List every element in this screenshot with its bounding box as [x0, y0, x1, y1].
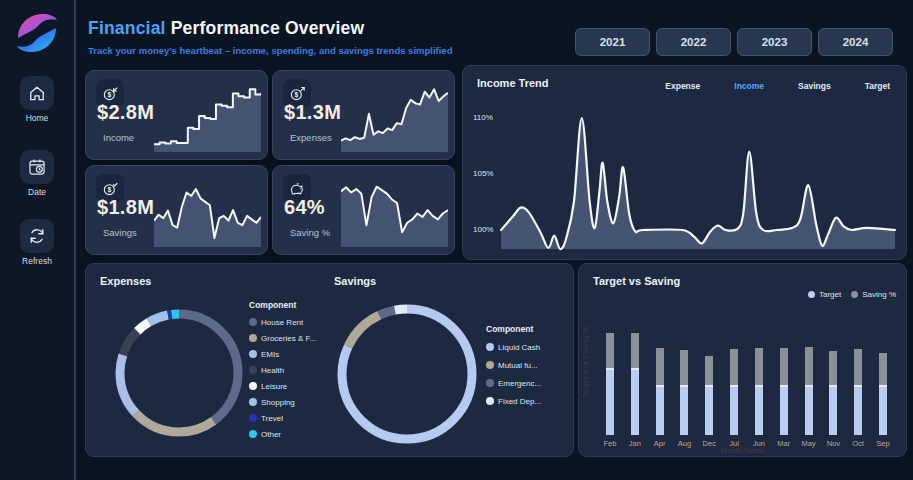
year-button-2022[interactable]: 2022 [656, 28, 731, 56]
legend-dot [486, 361, 494, 369]
trend-tab-target[interactable]: Target [865, 81, 890, 91]
target-segment[interactable] [656, 385, 664, 435]
kpi-card-expenses[interactable]: $ $1.3M Expenses [272, 70, 455, 160]
year-button-2023[interactable]: 2023 [737, 28, 812, 56]
refresh-icon [20, 219, 54, 253]
kpi-card-saving-pct[interactable]: 64% Saving % [272, 165, 455, 255]
saving-segment[interactable] [631, 333, 639, 368]
bar-jan[interactable]: Jan [624, 333, 646, 448]
bars: FebJanAprAugDecJulJunMarMayNovOctSep [599, 333, 894, 448]
dashboard: Home Date Refresh [0, 0, 913, 480]
sidebar-item-home[interactable]: Home [0, 76, 74, 123]
bar-feb[interactable]: Feb [599, 333, 621, 448]
target-segment[interactable] [829, 385, 837, 435]
bar-chart-xlabel: Month Name [579, 446, 906, 455]
expenses-legend-title: Component [249, 300, 347, 310]
saving-segment[interactable] [680, 350, 688, 385]
income-trend-chart[interactable] [467, 104, 902, 255]
saving-segment[interactable] [805, 347, 813, 385]
bar-stack [606, 333, 614, 435]
bar-legend: TargetSaving % [808, 290, 896, 299]
savings-sparkline [154, 180, 261, 247]
saving-segment[interactable] [730, 349, 738, 385]
target-segment[interactable] [805, 385, 813, 435]
legend-label: Mutual fu... [498, 361, 538, 370]
income-sparkline [154, 85, 261, 152]
bar-jul[interactable]: Jul [723, 349, 745, 448]
bar-oct[interactable]: Oct [847, 349, 869, 448]
year-button-2021[interactable]: 2021 [575, 28, 650, 56]
bar-jun[interactable]: Jun [748, 348, 770, 448]
target-segment[interactable] [680, 385, 688, 435]
legend-label: House Rent [261, 318, 303, 327]
bar-legend-item-saving-[interactable]: Saving % [851, 290, 896, 299]
legend-label: Saving % [862, 290, 896, 299]
legend-dot [249, 366, 257, 374]
legend-item-groceries-f-[interactable]: Groceries & F... [249, 330, 347, 346]
target-segment[interactable] [606, 368, 614, 435]
year-button-2024[interactable]: 2024 [818, 28, 893, 56]
legend-item-other[interactable]: Other [249, 426, 347, 442]
bar-dec[interactable]: Dec [698, 356, 720, 448]
expenses-legend-items: House RentGroceries & F...EMIsHealthLeis… [249, 314, 347, 442]
saving-segment[interactable] [780, 348, 788, 385]
saving-segment[interactable] [705, 356, 713, 385]
sidebar-label-home: Home [0, 113, 74, 123]
target-segment[interactable] [631, 368, 639, 435]
savings-donut-chart[interactable] [336, 303, 478, 445]
sidebar-item-date[interactable]: Date [0, 150, 74, 197]
saving-segment[interactable] [879, 353, 887, 385]
bar-mar[interactable]: Mar [773, 348, 795, 448]
legend-dot [249, 318, 257, 326]
target-segment[interactable] [879, 385, 887, 435]
bar-sep[interactable]: Sep [872, 353, 894, 448]
page-title: FinancialPerformance Overview [88, 18, 364, 39]
y-axis-tick: 105% [473, 169, 493, 178]
bar-aug[interactable]: Aug [673, 350, 695, 448]
legend-item-emergenc-[interactable]: Emergenc... [486, 374, 571, 392]
saving-segment[interactable] [755, 348, 763, 385]
legend-item-health[interactable]: Health [249, 362, 347, 378]
legend-dot [851, 291, 858, 298]
legend-dot [486, 397, 494, 405]
bar-legend-item-target[interactable]: Target [808, 290, 841, 299]
saving-segment[interactable] [829, 351, 837, 385]
legend-item-emis[interactable]: EMIs [249, 346, 347, 362]
expenses-title: Expenses [100, 275, 151, 287]
legend-item-mutual-fu-[interactable]: Mutual fu... [486, 356, 571, 374]
savings-legend: Component Liquid CashMutual fu...Emergen… [486, 324, 571, 410]
expenses-donut-chart[interactable] [114, 308, 244, 438]
legend-item-fixed-dep-[interactable]: Fixed Dep... [486, 392, 571, 410]
legend-item-leisure[interactable]: Leisure [249, 378, 347, 394]
trend-tab-savings[interactable]: Savings [798, 81, 831, 91]
trend-tab-expense[interactable]: Expense [665, 81, 700, 91]
legend-label: Other [261, 430, 281, 439]
trend-tab-income[interactable]: Income [734, 81, 764, 91]
legend-item-liquid-cash[interactable]: Liquid Cash [486, 338, 571, 356]
kpi-value-saving-pct: 64% [284, 196, 325, 219]
target-segment[interactable] [780, 385, 788, 435]
bar-stack [656, 348, 664, 435]
sidebar-item-refresh[interactable]: Refresh [0, 219, 74, 266]
bar-may[interactable]: May [798, 347, 820, 448]
kpi-card-income[interactable]: $ $2.8M Income [85, 70, 268, 160]
trend-tabs: ExpenseIncomeSavingsTarget [665, 81, 890, 91]
legend-item-shopping[interactable]: Shopping [249, 394, 347, 410]
kpi-label-savings: Savings [103, 227, 137, 238]
kpi-card-savings[interactable]: $ $1.8M Savings [85, 165, 268, 255]
target-segment[interactable] [854, 385, 862, 435]
page-title-rest: Performance Overview [171, 18, 365, 38]
bar-apr[interactable]: Apr [649, 348, 671, 448]
sidebar-label-date: Date [0, 187, 74, 197]
bar-stack [805, 347, 813, 435]
bar-nov[interactable]: Nov [822, 351, 844, 448]
target-segment[interactable] [755, 385, 763, 435]
target-segment[interactable] [730, 385, 738, 435]
saving-segment[interactable] [606, 333, 614, 368]
bar-stack [680, 350, 688, 435]
saving-segment[interactable] [656, 348, 664, 385]
legend-item-trevel[interactable]: Trevel [249, 410, 347, 426]
target-segment[interactable] [705, 385, 713, 435]
saving-segment[interactable] [854, 349, 862, 385]
legend-item-house-rent[interactable]: House Rent [249, 314, 347, 330]
